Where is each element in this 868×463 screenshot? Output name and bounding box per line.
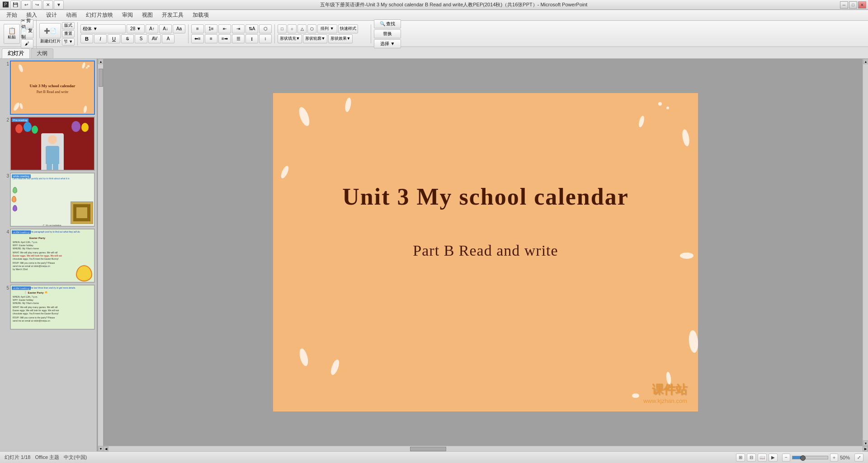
menu-slideshow[interactable]: 幻灯片放映 — [81, 10, 118, 20]
slide-sorter-btn[interactable]: ⊟ — [747, 454, 756, 462]
main-scroll-up[interactable]: ▲ — [863, 59, 868, 64]
font-color-btn[interactable]: A — [162, 34, 175, 43]
main-slide-title: Unit 3 My school calendar — [273, 183, 698, 210]
copy-btn[interactable]: 📄 复制 — [21, 29, 33, 38]
tab-slides[interactable]: 幻灯片 — [2, 48, 30, 58]
select-btn[interactable]: 选择 ▼ — [374, 39, 401, 48]
slide-canvas: Unit 3 My school calendar Part B Read an… — [273, 93, 698, 412]
zoom-out-btn[interactable]: − — [782, 454, 790, 462]
convert-smartart-btn[interactable]: ⬡ — [259, 24, 272, 33]
main-scroll-track-v — [863, 64, 868, 440]
slide-thumb-5[interactable]: 5 while-reading Task 3: Let's read the l… — [2, 285, 95, 330]
menu-addins[interactable]: 加载项 — [188, 10, 213, 20]
menu-design[interactable]: 设计 — [42, 10, 61, 20]
slideshow-btn[interactable]: ▶ — [769, 454, 778, 462]
bullets-btn[interactable]: ≡ — [191, 24, 204, 33]
clear-format-btn[interactable]: Aa — [173, 24, 185, 33]
main-scroll-down[interactable]: ▼ — [863, 440, 868, 446]
format-painter-btn[interactable]: 🖌 — [21, 39, 33, 48]
font-decrease-btn[interactable]: A↓ — [159, 24, 172, 33]
fit-window-btn[interactable]: ⤢ — [854, 454, 863, 462]
menu-start[interactable]: 开始 — [2, 10, 22, 20]
zoom-thumb[interactable] — [800, 455, 806, 461]
tab-outline[interactable]: 大纲 — [31, 48, 53, 58]
slide-image-2[interactable]: Pre-reading — [10, 117, 95, 171]
replace-btn[interactable]: 替换 — [374, 29, 401, 38]
shape-btn-2[interactable]: ○ — [288, 24, 297, 33]
redo-quickaccess[interactable]: ↪ — [32, 0, 42, 9]
hscroll-thumb[interactable] — [410, 447, 446, 451]
close-button[interactable]: ✕ — [858, 1, 866, 9]
new-slide-btn[interactable]: ➕📄 — [39, 23, 61, 38]
align-right-btn[interactable]: ≡➡ — [218, 34, 231, 43]
layout-btn[interactable]: 版式 — [62, 22, 75, 29]
char-spacing-btn[interactable]: AV — [148, 34, 161, 43]
title-bar: 🅿 💾 ↩ ↪ ✕ ▼ 五年级下册英语课件-Unit 3 My school c… — [0, 0, 868, 10]
slide-thumb-3[interactable]: 3 while-reading Let's read the text quic… — [2, 173, 95, 227]
menu-developer[interactable]: 开发工具 — [157, 10, 188, 20]
shape-btn-1[interactable]: □ — [278, 24, 287, 33]
menu-bar: 开始 插入 设计 动画 幻灯片放映 审阅 视图 开发工具 加载项 — [0, 10, 868, 21]
hscroll-right[interactable]: ▶ — [863, 446, 868, 452]
slide-thumb-1[interactable]: 1 Unit 3 My school calendar Part B Read … — [2, 61, 95, 115]
slide-4-event: Easter Party — [13, 236, 62, 240]
menu-animation[interactable]: 动画 — [61, 10, 81, 20]
shape-fill-btn[interactable]: 形状填充▼ — [278, 34, 302, 43]
font-select[interactable]: 楷体 ▼ — [80, 24, 126, 33]
main-vscrollbar[interactable]: ▲ ▼ — [863, 59, 868, 446]
hscroll-left[interactable]: ◀ — [103, 446, 108, 452]
justify-btn[interactable]: ☰ — [232, 34, 245, 43]
quick-styles-btn[interactable]: 快速样式 — [338, 24, 358, 33]
menu-view[interactable]: 视图 — [137, 10, 157, 20]
undo-quickaccess[interactable]: ↩ — [21, 0, 31, 9]
indent-less-btn[interactable]: ⇤ — [218, 24, 231, 33]
save-quickaccess[interactable]: 💾 — [10, 0, 20, 9]
cut-btn[interactable]: ✂ 剪切 — [21, 19, 33, 28]
line-spacing-btn[interactable]: ↕ — [259, 34, 272, 43]
section-btn[interactable]: 节 ▼ — [62, 38, 75, 46]
close-file-quickaccess[interactable]: ✕ — [43, 0, 53, 9]
shape-arrange-btn[interactable]: 排列 ▼ — [317, 24, 337, 33]
main-slide-subtitle: Part B Read and write — [273, 242, 698, 259]
reading-view-btn[interactable]: 📖 — [758, 454, 767, 462]
numbering-btn[interactable]: 1≡ — [205, 24, 217, 33]
text-direction-btn[interactable]: ⇅A — [245, 24, 258, 33]
toolbar-font: 楷体 ▼ 28 ▼ A↑ A↓ Aa B I U S̶ S AV A — [80, 24, 189, 43]
restore-button[interactable]: □ — [849, 1, 857, 9]
zoom-in-btn[interactable]: ＋ — [830, 454, 838, 462]
slide-image-1[interactable]: Unit 3 My school calendar Part B Read an… — [10, 61, 95, 115]
shape-effect-btn[interactable]: 形状效果▼ — [328, 34, 353, 43]
shape-btn-3[interactable]: △ — [297, 24, 307, 33]
slide-5-task: Task 3: Let's read the last three lines … — [12, 286, 76, 289]
scroll-thumb-v[interactable] — [99, 69, 103, 87]
underline-btn[interactable]: U — [108, 34, 120, 43]
indent-more-btn[interactable]: ⇥ — [232, 24, 245, 33]
paste-label: 粘贴 — [8, 34, 16, 40]
italic-btn[interactable]: I — [94, 34, 107, 43]
minimize-button[interactable]: ─ — [840, 1, 848, 9]
slide-image-3[interactable]: while-reading Let's read the text quickl… — [10, 173, 95, 227]
main-hscrollbar[interactable]: ◀ ▶ — [103, 446, 868, 451]
strikethrough-btn[interactable]: S̶ — [121, 34, 134, 43]
normal-view-btn[interactable]: ⊞ — [736, 454, 745, 462]
slide-image-5[interactable]: while-reading Task 3: Let's read the las… — [10, 285, 95, 330]
slide-panel-scrollbar[interactable]: ▲ ▼ — [98, 59, 103, 451]
columns-btn[interactable]: ⫿ — [245, 34, 258, 43]
reset-btn[interactable]: 重置 — [62, 30, 75, 37]
menu-review[interactable]: 审阅 — [118, 10, 137, 20]
shape-outline-btn[interactable]: 形状轮廓▼ — [303, 34, 327, 43]
font-increase-btn[interactable]: A↑ — [146, 24, 158, 33]
slide-thumb-4[interactable]: 4 while-reading Task 2: Let's read this … — [2, 229, 95, 283]
slide-thumb-2[interactable]: 2 Pre-reading — [2, 117, 95, 171]
find-btn[interactable]: 🔍 查找 — [374, 19, 401, 28]
shadow-btn[interactable]: S — [135, 34, 147, 43]
align-center-btn[interactable]: ≡ — [205, 34, 217, 43]
paste-btn[interactable]: 📋 粘贴 — [4, 24, 20, 44]
customize-quickaccess[interactable]: ▼ — [54, 0, 64, 9]
font-size-select[interactable]: 28 ▼ — [127, 24, 145, 33]
bold-btn[interactable]: B — [80, 34, 93, 43]
slide-image-4[interactable]: while-reading Task 2: Let's read this pa… — [10, 229, 95, 283]
shape-btn-4[interactable]: ⬡ — [307, 24, 316, 33]
align-left-btn[interactable]: ⬅≡ — [191, 34, 204, 43]
zoom-bar[interactable] — [792, 456, 828, 459]
